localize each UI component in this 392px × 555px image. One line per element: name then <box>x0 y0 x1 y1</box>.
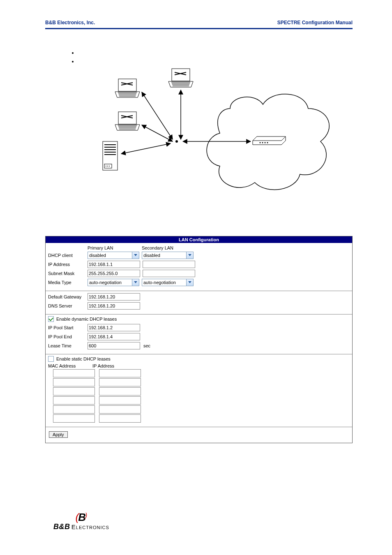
static-row <box>53 378 350 386</box>
media-type-primary-select[interactable]: auto-negotiation <box>88 279 139 286</box>
label-media-type: Media Type <box>48 280 88 285</box>
static-mac-header: MAC Address <box>48 363 92 368</box>
svg-rect-4 <box>172 69 190 81</box>
svg-point-34 <box>109 166 110 166</box>
svg-point-3 <box>267 142 268 143</box>
enable-static-dhcp-label: Enable static DHCP leases <box>56 356 111 361</box>
dhcp-client-secondary-select[interactable]: disabled <box>142 252 194 259</box>
header-company: B&B Electronics, Inc. <box>45 20 95 25</box>
dns-server-input[interactable] <box>88 302 140 310</box>
chevron-down-icon <box>132 252 139 259</box>
svg-line-38 <box>121 143 171 154</box>
label-default-gateway: Default Gateway <box>48 294 88 299</box>
col-primary-header: Primary LAN <box>88 245 142 250</box>
bullet-item <box>78 58 392 65</box>
label-lease-time: Lease Time <box>48 343 88 348</box>
enable-static-dhcp-checkbox[interactable] <box>48 356 54 362</box>
chevron-down-icon <box>132 279 139 286</box>
label-ip-pool-start: IP Pool Start <box>48 325 88 330</box>
enable-dynamic-dhcp-label: Enable dynamic DHCP leases <box>56 317 117 321</box>
svg-point-32 <box>106 166 106 166</box>
static-mac-input[interactable] <box>53 369 95 377</box>
static-ip-input[interactable] <box>99 369 141 377</box>
svg-point-33 <box>107 166 108 166</box>
bullet-item <box>78 49 392 57</box>
apply-button[interactable]: Apply <box>49 431 68 438</box>
subnet-primary-input[interactable] <box>88 270 140 277</box>
static-ip-input[interactable] <box>99 405 141 414</box>
static-row <box>53 414 350 423</box>
svg-rect-18 <box>118 112 136 124</box>
ip-pool-end-input[interactable] <box>88 333 140 340</box>
static-mac-input[interactable] <box>53 405 95 414</box>
static-mac-input[interactable] <box>53 378 95 386</box>
svg-line-36 <box>142 92 173 139</box>
static-ip-input[interactable] <box>99 387 141 395</box>
static-mac-input[interactable] <box>53 387 95 395</box>
enable-dynamic-dhcp-checkbox[interactable] <box>48 316 54 322</box>
svg-point-39 <box>175 140 178 143</box>
svg-point-1 <box>262 142 263 143</box>
static-mac-input[interactable] <box>53 396 95 405</box>
dhcp-client-primary-select[interactable]: disabled <box>88 252 139 259</box>
header-rule <box>45 28 353 29</box>
svg-point-2 <box>265 142 266 143</box>
svg-point-0 <box>260 142 261 143</box>
ip-address-secondary-input[interactable] <box>143 261 195 268</box>
label-dhcp-client: DHCP client <box>48 253 88 258</box>
network-diagram <box>90 67 337 211</box>
panel-title: LAN Configuration <box>46 236 352 243</box>
media-type-secondary-select[interactable]: auto-negotiation <box>142 279 194 286</box>
chevron-down-icon <box>186 252 193 259</box>
static-ip-header: IP Address <box>92 363 114 368</box>
label-subnet: Subnet Mask <box>48 271 88 276</box>
static-ip-input[interactable] <box>99 396 141 405</box>
static-row <box>53 387 350 395</box>
static-row <box>53 396 350 405</box>
svg-line-37 <box>142 125 173 141</box>
lease-time-input[interactable] <box>88 342 140 349</box>
label-dns-server: DNS Server <box>48 303 88 308</box>
static-ip-input[interactable] <box>99 378 141 386</box>
col-secondary-header: Secondary LAN <box>142 245 196 250</box>
static-ip-input[interactable] <box>99 414 141 423</box>
bullet-list <box>78 49 392 65</box>
svg-rect-11 <box>118 79 136 91</box>
subnet-secondary-input[interactable] <box>143 270 195 277</box>
static-row <box>53 405 350 414</box>
ip-pool-start-input[interactable] <box>88 324 140 331</box>
footer-logo: B B&B Electronics <box>53 513 109 531</box>
chevron-down-icon <box>186 279 193 286</box>
static-row <box>53 369 350 377</box>
label-ip-pool-end: IP Pool End <box>48 334 88 339</box>
lease-time-unit: sec <box>143 343 150 348</box>
ip-address-primary-input[interactable] <box>88 261 140 268</box>
default-gateway-input[interactable] <box>88 293 140 301</box>
lan-config-panel: LAN Configuration Primary LAN Secondary … <box>45 236 353 443</box>
static-mac-input[interactable] <box>53 414 95 423</box>
label-ip-address: IP Address <box>48 262 88 267</box>
header-manual-title: SPECTRE Configuration Manual <box>277 20 353 25</box>
